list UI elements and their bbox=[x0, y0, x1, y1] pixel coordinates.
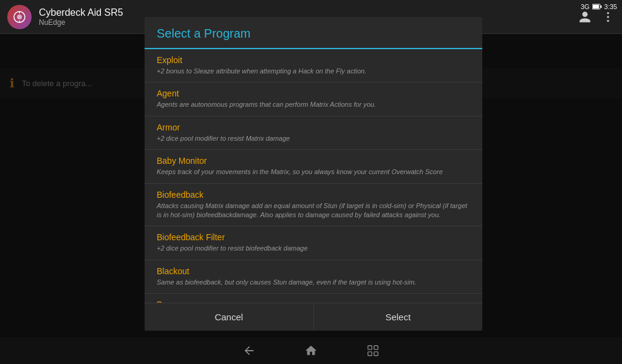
program-desc: Same as biofeedback, but only causes Stu… bbox=[157, 278, 470, 287]
cancel-button[interactable]: Cancel bbox=[145, 303, 314, 331]
program-desc: +2 dice pool modifier to resist Matrix d… bbox=[157, 134, 470, 143]
back-button[interactable] bbox=[242, 344, 256, 357]
program-item[interactable]: Exploit+2 bonus to Sleaze attribute when… bbox=[145, 49, 482, 83]
signal-indicator: 3G bbox=[581, 3, 590, 10]
program-name: Exploit bbox=[157, 55, 470, 65]
dialog-buttons: Cancel Select bbox=[145, 303, 482, 331]
select-button[interactable]: Select bbox=[314, 303, 483, 331]
svg-rect-12 bbox=[368, 352, 372, 356]
program-desc: Agents are autonomous programs that can … bbox=[157, 100, 470, 109]
program-name: Biofeedback Filter bbox=[157, 232, 470, 242]
svg-rect-10 bbox=[368, 346, 372, 349]
svg-point-4 bbox=[17, 15, 22, 19]
dialog-title: Select a Program bbox=[145, 17, 482, 49]
app-logo-icon bbox=[13, 10, 26, 24]
program-item[interactable]: AgentAgents are autonomous programs that… bbox=[145, 83, 482, 116]
svg-rect-1 bbox=[600, 5, 601, 8]
program-item[interactable]: BiofeedbackAttacks causing Matrix damage… bbox=[145, 184, 482, 227]
svg-rect-2 bbox=[593, 5, 599, 8]
program-name: Armor bbox=[157, 123, 470, 132]
select-program-dialog: Select a Program Exploit+2 bonus to Slea… bbox=[145, 17, 482, 331]
program-name: Blackout bbox=[157, 266, 470, 276]
program-item[interactable]: BrowseCuts the time for a Matrix Search … bbox=[145, 294, 482, 303]
program-item[interactable]: Biofeedback Filter+2 dice pool modifier … bbox=[145, 226, 482, 260]
battery-icon bbox=[592, 4, 602, 10]
svg-point-8 bbox=[607, 16, 609, 18]
program-name: Biofeedback bbox=[157, 190, 470, 200]
program-list[interactable]: Exploit+2 bonus to Sleaze attribute when… bbox=[145, 49, 482, 303]
status-bar: 3G 3:35 bbox=[581, 0, 622, 13]
program-desc: Keeps track of your movements in the Mat… bbox=[157, 167, 470, 177]
program-item[interactable]: Baby MonitorKeeps track of your movement… bbox=[145, 150, 482, 183]
program-item[interactable]: BlackoutSame as biofeedback, but only ca… bbox=[145, 260, 482, 294]
svg-point-9 bbox=[607, 19, 609, 21]
program-name: Agent bbox=[157, 89, 470, 98]
recents-button[interactable] bbox=[366, 344, 380, 357]
program-desc: +2 dice pool modifier to resist biofeedb… bbox=[157, 244, 470, 253]
clock: 3:35 bbox=[604, 3, 617, 10]
app-icon bbox=[7, 5, 32, 29]
program-name: Baby Monitor bbox=[157, 156, 470, 166]
app-title: Cyberdeck Aid SR5 bbox=[39, 7, 578, 18]
home-button[interactable] bbox=[304, 344, 318, 357]
svg-rect-11 bbox=[374, 346, 378, 349]
svg-rect-13 bbox=[374, 352, 378, 356]
nav-bar bbox=[0, 337, 622, 364]
program-desc: +2 bonus to Sleaze attribute when attemp… bbox=[157, 67, 470, 76]
program-item[interactable]: Armor+2 dice pool modifier to resist Mat… bbox=[145, 116, 482, 150]
program-desc: Attacks causing Matrix damage add an equ… bbox=[157, 201, 470, 220]
